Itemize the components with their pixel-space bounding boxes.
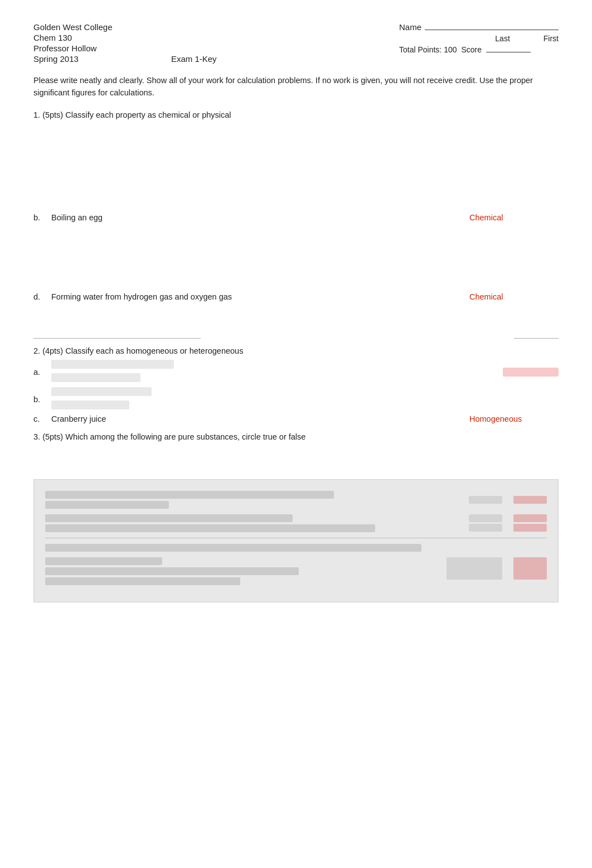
header-right: Name Last First Total Points: 100 Score [399, 22, 559, 64]
professor-name: Professor Hollow [33, 44, 217, 53]
blurred-box-2c [513, 514, 547, 522]
question-2-section: 2. (4pts) Classify each as homogeneous o… [33, 346, 559, 423]
blurred-cell-2a [45, 514, 293, 522]
q2-item-b: b. [33, 387, 559, 412]
question-2-header: 2. (4pts) Classify each as homogeneous o… [33, 346, 559, 355]
blurred-row-4 [45, 557, 547, 585]
q1-b-answer: Chemical [469, 213, 559, 222]
q2-b-blurred-text [51, 387, 152, 396]
q3-label: 3. [33, 432, 40, 441]
question-3-header: 3. (5pts) Which among the following are … [33, 432, 559, 441]
q1-d-text: Forming water from hydrogen gas and oxyg… [51, 292, 463, 301]
q1-spacer-top [33, 124, 559, 213]
q2-b-label: b. [33, 395, 45, 404]
q2-c-answer: Homogeneous [469, 414, 559, 423]
term: Spring 2013 [33, 54, 79, 64]
q1-spacer-bottom [33, 305, 559, 338]
q2-item-c: c. Cranberry juice Homogeneous [33, 414, 559, 423]
q2-items: a. b. c. Cranberry juice Homogeneous [33, 360, 559, 423]
q2-c-text: Cranberry juice [51, 414, 463, 423]
q2-a-label: a. [33, 368, 45, 377]
q1-b-label: b. [33, 213, 45, 222]
exam-row: Spring 2013 Exam 1-Key [33, 54, 217, 64]
blurred-box-2d [513, 524, 547, 532]
blurred-row-1 [45, 491, 547, 509]
last-label: Last [495, 34, 509, 43]
q1-item-d: d. Forming water from hydrogen gas and o… [33, 292, 559, 301]
total-points-label: Total Points: 100 [399, 45, 457, 54]
q1-text: (5pts) Classify each property as chemica… [42, 110, 231, 119]
instructions: Please write neatly and clearly. Show al… [33, 75, 559, 99]
divider-right [514, 338, 559, 339]
q1-d-answer: Chemical [469, 292, 559, 301]
course-name: Chem 130 [33, 33, 217, 42]
score-line[interactable] [486, 52, 531, 52]
blurred-cell-2b [45, 524, 375, 532]
blurred-cell-4b [45, 567, 299, 575]
blurred-box-1b [513, 496, 547, 504]
q2-a-blurred-text [51, 360, 174, 369]
blurred-row-3 [45, 544, 547, 552]
q2-text: (4pts) Classify each as homogeneous or h… [42, 346, 243, 355]
last-first-row: Last First [399, 34, 559, 43]
name-line[interactable] [425, 30, 559, 30]
blurred-row-2 [45, 514, 547, 532]
first-label: First [544, 34, 559, 43]
blurred-text-3 [45, 544, 421, 552]
header: Golden West College Chem 130 Professor H… [33, 22, 559, 64]
divider-left [33, 338, 201, 339]
q2-b-blurred-text2 [51, 401, 129, 409]
name-label: Name [399, 22, 421, 32]
name-row: Name [399, 22, 559, 32]
score-label: Score [462, 45, 482, 54]
q2-label: 2. [33, 346, 40, 355]
blurred-cell-1b [45, 501, 169, 509]
q2-a-blurred-text2 [51, 373, 140, 382]
question-1-header: 1. (5pts) Classify each property as chem… [33, 110, 559, 119]
blurred-separator [45, 538, 547, 538]
blurred-box-2a [469, 514, 502, 522]
q2-a-blurred-answer [503, 368, 559, 377]
q1-d-label: d. [33, 292, 45, 301]
score-row: Total Points: 100 Score [399, 45, 559, 54]
q1-item-b: b. Boiling an egg Chemical [33, 213, 559, 222]
q2-item-a: a. [33, 360, 559, 385]
q2-c-label: c. [33, 414, 45, 423]
blurred-cell-4c [45, 577, 240, 585]
q1-label: 1. [33, 110, 40, 119]
bottom-blurred-content [33, 479, 559, 602]
q3-spacer [33, 446, 559, 468]
q3-text: (5pts) Which among the following are pur… [42, 432, 305, 441]
exam-label: Exam 1-Key [171, 54, 217, 64]
blurred-cell-1a [45, 491, 334, 499]
q1-spacer-mid [33, 225, 559, 292]
header-left: Golden West College Chem 130 Professor H… [33, 22, 217, 64]
college-name: Golden West College [33, 22, 217, 32]
blurred-cell-4a [45, 557, 162, 565]
blurred-box-4a [447, 557, 502, 580]
blurred-box-1a [469, 496, 502, 504]
blurred-box-2b [469, 524, 502, 532]
question-3-section: 3. (5pts) Which among the following are … [33, 432, 559, 468]
q1-b-text: Boiling an egg [51, 213, 463, 222]
blurred-box-4b [513, 557, 547, 580]
